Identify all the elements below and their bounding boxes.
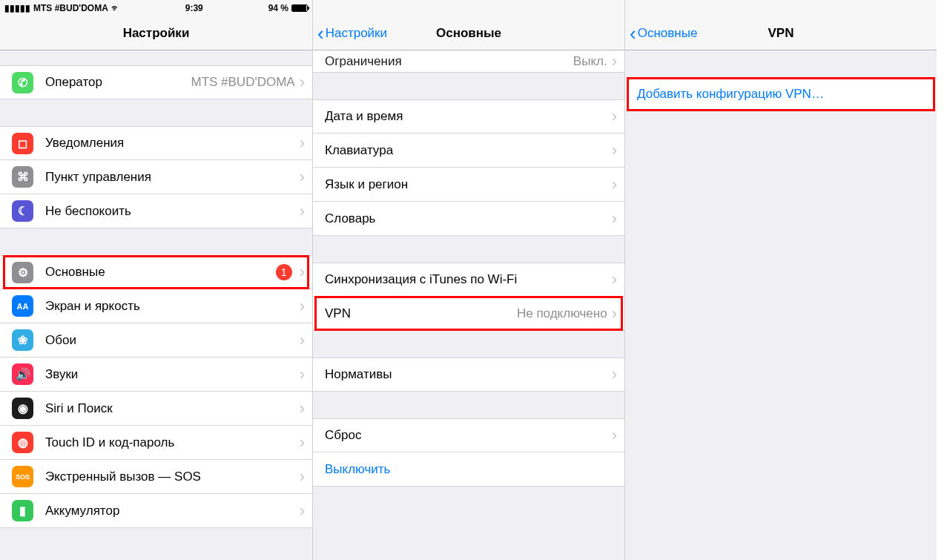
chevron-right-icon: › [612,107,617,126]
nav-bar: ‹ Основные VPN [625,16,937,50]
battery-icon: ▮ [12,500,33,521]
signal-icon: ▮▮▮▮▮ [4,3,30,13]
cell-label: Оператор [45,75,191,90]
battery-icon [291,4,308,12]
settings-row[interactable]: ◻Уведомления› [0,126,312,160]
cell-label: Словарь [325,211,612,226]
wallpaper-icon: ❀ [12,329,33,351]
cell-label: Нормативы [325,367,612,382]
cell-label: Не беспокоить [45,204,300,219]
cell-label: Siri и Поиск [45,401,300,416]
settings-row[interactable]: Язык и регион› [313,168,624,202]
chevron-right-icon: › [300,297,305,316]
settings-row[interactable]: ✆ОператорMTS #BUD'DOMA› [0,65,312,99]
status-bar [625,0,937,16]
carrier-text: MTS #BUD'DOMA [33,3,108,13]
settings-row[interactable]: Нормативы› [313,358,624,392]
cell-label: Добавить конфигурацию VPN… [637,87,929,102]
settings-row[interactable]: Синхронизация с iTunes по Wi-Fi› [313,263,624,297]
siri-icon: ◉ [12,398,33,419]
nav-bar: ‹ Настройки Основные [313,16,624,50]
settings-row[interactable]: ⌘Пункт управления› [0,160,312,194]
cell-label: Основные [45,265,276,280]
back-button[interactable]: ‹ Основные [625,26,697,41]
back-label: Настройки [326,26,387,41]
cell-label: Touch ID и код-пароль [45,435,300,450]
settings-pane: ▮▮▮▮▮ MTS #BUD'DOMA ᯤ 9:39 94 % Настройк… [0,0,312,560]
settings-row[interactable]: ▮Аккумулятор› [0,494,312,528]
chevron-right-icon: › [612,141,617,160]
dnd-icon: ☾ [12,200,33,222]
cell-label: Уведомления [45,136,300,151]
cell-detail: Выкл. [573,54,607,69]
cell-label: VPN [325,306,517,321]
cell-label: Синхронизация с iTunes по Wi-Fi [325,272,612,287]
chevron-right-icon: › [300,202,305,221]
chevron-right-icon: › [612,175,617,194]
settings-row[interactable]: Клавиатура› [313,134,624,168]
chevron-right-icon: › [612,426,617,445]
sounds-icon: 🔊 [12,363,33,385]
chevron-right-icon: › [300,331,305,350]
back-label: Основные [638,26,698,41]
status-bar: ▮▮▮▮▮ MTS #BUD'DOMA ᯤ 9:39 94 % [0,0,312,16]
general-pane: ‹ Настройки Основные Ограничения Выкл. ›… [312,0,624,560]
settings-row[interactable]: SOSЭкстренный вызов — SOS› [0,460,312,494]
vpn-pane: ‹ Основные VPN Добавить конфигурацию VPN… [624,0,937,560]
sos-icon: SOS [12,466,33,487]
settings-row[interactable]: Добавить конфигурацию VPN…› [625,77,937,111]
status-bar [313,0,624,16]
control-center-icon: ⌘ [12,166,33,188]
cell-label: Пункт управления [45,170,300,185]
chevron-right-icon: › [612,209,617,228]
touchid-icon: ◍ [12,432,33,453]
settings-row[interactable]: AAЭкран и яркость› [0,289,312,323]
chevron-right-icon: › [300,365,305,384]
chevron-right-icon: › [612,304,617,323]
settings-row[interactable]: Сброс› [313,418,624,452]
phone-icon: ✆ [12,72,33,93]
chevron-right-icon: › [612,270,617,289]
notifications-icon: ◻ [12,133,33,154]
cell-label: Язык и регион [325,177,612,192]
chevron-right-icon: › [300,501,305,521]
settings-row[interactable]: ☾Не беспокоить› [0,194,312,228]
settings-row[interactable]: ◉Siri и Поиск› [0,392,312,426]
chevron-right-icon: › [300,134,305,153]
chevron-right-icon: › [300,73,305,92]
nav-bar: Настройки [0,16,312,50]
settings-row[interactable]: Выключить› [313,452,624,487]
battery-pct: 94 % [268,3,288,13]
settings-row[interactable]: ⚙Основные1› [0,255,312,289]
chevron-right-icon: › [300,467,305,487]
cell-label: Дата и время [325,109,612,124]
cell-label: Сброс [325,428,612,443]
chevron-right-icon: › [300,433,305,452]
notification-badge: 1 [276,264,292,280]
chevron-right-icon: › [300,168,305,187]
settings-row[interactable]: Словарь› [313,202,624,236]
chevron-right-icon: › [612,52,617,71]
chevron-right-icon: › [300,263,305,282]
row-restrictions-cut[interactable]: Ограничения Выкл. › [313,50,624,73]
display-icon: AA [12,295,33,317]
cell-label: Экстренный вызов — SOS [45,470,300,484]
wifi-icon: ᯤ [111,3,120,13]
settings-row[interactable]: Дата и время› [313,99,624,134]
page-title: Настройки [0,26,312,41]
cell-detail: Не подключено [517,306,607,321]
settings-row[interactable]: ◍Touch ID и код-пароль› [0,426,312,460]
clock: 9:39 [120,3,268,13]
chevron-right-icon: › [300,399,305,418]
back-button[interactable]: ‹ Настройки [313,26,387,41]
settings-row[interactable]: 🔊Звуки› [0,358,312,392]
settings-row[interactable]: ❀Обои› [0,323,312,358]
cell-label: Экран и яркость [45,299,300,314]
cell-label: Звуки [45,367,300,382]
cell-label: Ограничения [325,54,573,69]
cell-detail: MTS #BUD'DOMA [191,75,294,90]
cell-label: Аккумулятор [45,504,300,518]
cell-label: Клавиатура [325,143,612,158]
settings-row[interactable]: VPNНе подключено› [313,297,624,331]
cell-label: Выключить [325,462,617,477]
